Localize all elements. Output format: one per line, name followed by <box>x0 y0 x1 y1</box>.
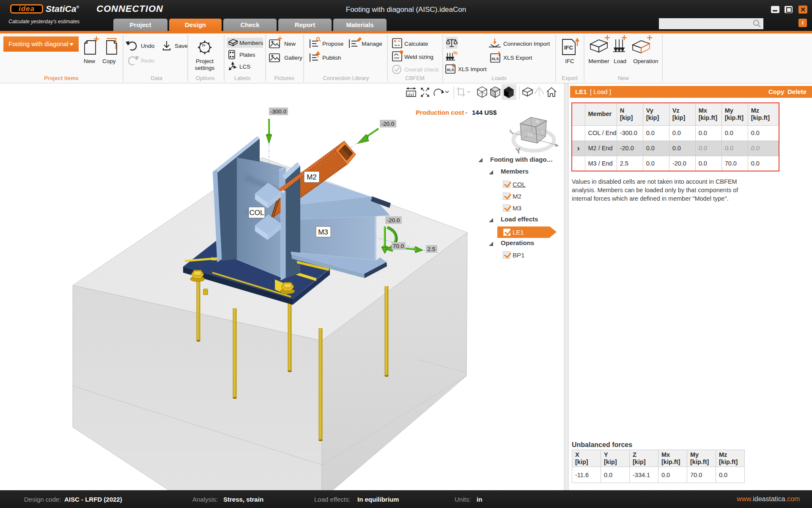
svg-text:Connection Import: Connection Import <box>503 41 550 47</box>
svg-text:Connection Library: Connection Library <box>323 75 369 81</box>
svg-text:Member: Member <box>588 58 609 64</box>
svg-text:+Y: +Y <box>527 133 533 137</box>
svg-text:Load: Load <box>614 58 626 64</box>
svg-text:ʦ: ʦ <box>536 119 539 124</box>
svg-text:IFC: IFC <box>565 58 574 64</box>
svg-text:IFC: IFC <box>564 44 573 51</box>
svg-text:XLS Export: XLS Export <box>503 55 532 61</box>
svg-text:J: J <box>541 129 543 133</box>
svg-text:XLS Import: XLS Import <box>458 66 487 72</box>
svg-text:Pictures: Pictures <box>274 75 294 81</box>
svg-text:Weld sizing: Weld sizing <box>404 54 433 60</box>
svg-text:M2: M2 <box>307 173 317 181</box>
svg-text:Plates: Plates <box>239 52 255 58</box>
svg-text:COL: COL <box>250 209 264 217</box>
svg-text:Save: Save <box>175 43 188 49</box>
svg-text:%: % <box>453 50 458 55</box>
svg-text:70.0: 70.0 <box>393 243 404 249</box>
svg-text:-: - <box>465 109 467 116</box>
svg-text:XLS: XLS <box>447 68 454 72</box>
svg-text:144 US$: 144 US$ <box>472 109 497 116</box>
svg-text:XLS: XLS <box>491 57 499 61</box>
svg-text:Propose: Propose <box>322 41 343 47</box>
svg-text:-20.0: -20.0 <box>387 217 400 224</box>
svg-text:CBFEM: CBFEM <box>405 75 425 81</box>
svg-text:-20.0: -20.0 <box>381 121 395 127</box>
svg-text:Project: Project <box>196 58 214 64</box>
svg-text:Operation: Operation <box>633 58 658 64</box>
svg-text:Calculate: Calculate <box>404 41 428 47</box>
svg-text:M3: M3 <box>318 228 328 236</box>
svg-text:/>: /> <box>202 43 206 47</box>
svg-text:Copy: Copy <box>102 58 116 64</box>
svg-text:2.5: 2.5 <box>428 246 436 252</box>
svg-text:New: New <box>284 41 296 47</box>
svg-text:-300.0: -300.0 <box>270 108 286 115</box>
svg-text:Manage: Manage <box>362 41 382 47</box>
svg-text:Members: Members <box>239 40 263 46</box>
svg-text:Production cost: Production cost <box>416 109 464 116</box>
svg-text:Export: Export <box>562 75 578 81</box>
svg-text:Data: Data <box>151 75 162 81</box>
svg-text:Overall check: Overall check <box>404 66 439 73</box>
svg-text:Loads: Loads <box>491 75 507 81</box>
svg-text:settings: settings <box>195 65 215 71</box>
svg-text:Options: Options <box>196 75 215 81</box>
svg-text:Undo: Undo <box>141 43 154 49</box>
svg-text:New: New <box>84 58 95 64</box>
svg-text:New: New <box>618 75 629 81</box>
svg-text:Redo: Redo <box>141 58 154 64</box>
svg-text:Project items: Project items <box>44 75 79 81</box>
svg-text:LCS: LCS <box>239 64 250 70</box>
svg-text:Publish: Publish <box>322 55 341 61</box>
svg-text:Labels: Labels <box>234 75 251 81</box>
svg-text:Gallery: Gallery <box>284 55 302 61</box>
